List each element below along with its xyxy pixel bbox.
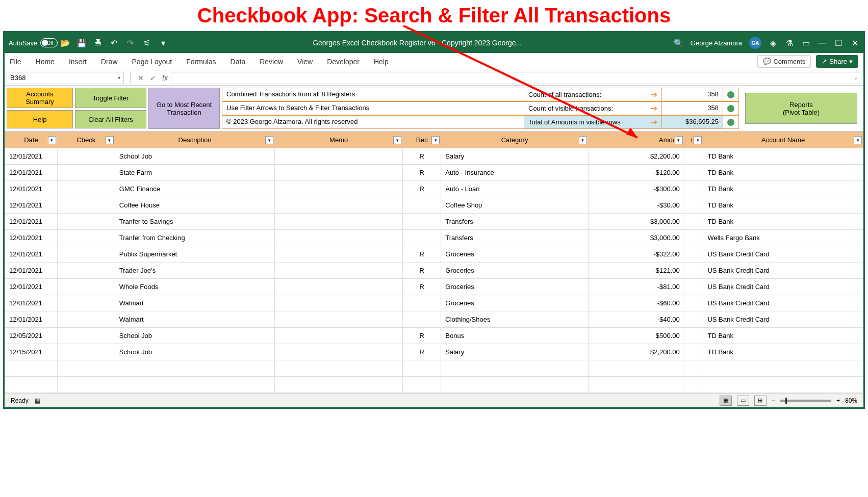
cell-description[interactable]: Tranfer from Checking <box>115 230 275 246</box>
flask-icon[interactable]: ⚗ <box>785 38 794 47</box>
share-button[interactable]: ↗ Share ▾ <box>816 55 858 68</box>
cell-flag[interactable] <box>684 181 703 197</box>
help-button[interactable]: Help <box>7 110 73 128</box>
cell-account[interactable]: TD Bank <box>703 181 863 197</box>
cell-account[interactable]: Wells Fargo Bank <box>703 230 863 246</box>
cell-date[interactable]: 12/01/2021 <box>5 295 58 311</box>
name-box[interactable]: B368▾ <box>7 72 124 84</box>
cell-category[interactable]: Auto - Insurance <box>441 165 588 181</box>
maximize-icon[interactable]: ☐ <box>834 38 843 47</box>
cell-check[interactable] <box>57 246 115 263</box>
col-amount[interactable]: Amount▾ <box>588 132 684 148</box>
cell-check[interactable] <box>57 311 115 328</box>
cell-amount[interactable]: $500.00 <box>588 328 684 344</box>
cell-date[interactable]: 12/01/2021 <box>5 197 58 214</box>
cell-flag[interactable] <box>684 279 703 295</box>
cell-check[interactable] <box>57 165 115 181</box>
user-name[interactable]: George Alzamora <box>691 39 742 47</box>
cell-check[interactable] <box>57 181 115 197</box>
cell-rec[interactable]: R <box>403 181 441 197</box>
cell-check[interactable] <box>57 279 115 295</box>
table-row[interactable]: 12/15/2021School JobRSalary$2,200.00TD B… <box>5 344 863 360</box>
accounts-summary-button[interactable]: Accounts Summary <box>7 88 73 108</box>
comments-button[interactable]: 💬 Comments <box>757 55 811 68</box>
macro-icon[interactable]: ▦ <box>35 397 40 404</box>
qat-dropdown-icon[interactable]: ▾ <box>159 38 168 47</box>
cell-description[interactable]: Coffee House <box>115 197 275 214</box>
cell-rec[interactable]: R <box>403 246 441 263</box>
cell-flag[interactable] <box>684 295 703 311</box>
filter-icon[interactable]: ▾ <box>579 136 587 144</box>
cell-account[interactable]: TD Bank <box>703 165 863 181</box>
cell-amount[interactable]: $2,200.00 <box>588 148 684 165</box>
user-avatar[interactable]: GA <box>749 37 761 49</box>
cell-account[interactable]: US Bank Credit Card <box>703 246 863 263</box>
accept-formula-icon[interactable]: ✓ <box>150 74 156 82</box>
cell-rec[interactable] <box>403 197 441 214</box>
tab-home[interactable]: Home <box>36 58 55 66</box>
cell-flag[interactable] <box>684 214 703 230</box>
filter-icon[interactable]: ▾ <box>106 136 114 144</box>
cell-memo[interactable] <box>275 214 403 230</box>
cancel-formula-icon[interactable]: ✕ <box>138 74 144 82</box>
zoom-slider[interactable] <box>780 400 831 402</box>
cell-rec[interactable]: R <box>403 279 441 295</box>
cell-category[interactable]: Auto - Loan <box>441 181 588 197</box>
cell-check[interactable] <box>57 230 115 246</box>
table-row[interactable]: 12/05/2021School JobRBonus$500.00TD Bank <box>5 328 863 344</box>
col-category[interactable]: Category▾ <box>441 132 588 148</box>
cell-check[interactable] <box>57 344 115 360</box>
tab-file[interactable]: File <box>10 58 21 66</box>
cell-memo[interactable] <box>275 148 403 165</box>
cell-rec[interactable]: R <box>403 344 441 360</box>
redo-icon[interactable]: ↷ <box>126 38 135 47</box>
cell-date[interactable]: 12/01/2021 <box>5 181 58 197</box>
cell-category[interactable]: Clothing/Shoes <box>441 311 588 328</box>
cell-amount[interactable]: -$60.00 <box>588 295 684 311</box>
table-row[interactable]: 12/01/2021GMC FinanceRAuto - Loan-$300.0… <box>5 181 863 197</box>
cell-check[interactable] <box>57 328 115 344</box>
cell-date[interactable]: 12/01/2021 <box>5 148 58 165</box>
cell-category[interactable]: Salary <box>441 148 588 165</box>
cell-description[interactable]: School Job <box>115 328 275 344</box>
cell-check[interactable] <box>57 214 115 230</box>
tab-insert[interactable]: Insert <box>69 58 87 66</box>
cell-memo[interactable] <box>275 165 403 181</box>
tab-formulas[interactable]: Formulas <box>186 58 216 66</box>
cell-description[interactable]: Publix Supermarket <box>115 246 275 263</box>
cell-description[interactable]: State Farm <box>115 165 275 181</box>
cell-rec[interactable] <box>403 230 441 246</box>
cell-flag[interactable] <box>684 165 703 181</box>
ribbon-mode-icon[interactable]: ▭ <box>801 38 810 47</box>
cell-category[interactable]: Bonus <box>441 328 588 344</box>
cell-date[interactable]: 12/01/2021 <box>5 214 58 230</box>
table-row[interactable]: 12/01/2021Whole FoodsRGroceries-$81.00US… <box>5 279 863 295</box>
autosave-toggle[interactable]: AutoSave Off <box>9 38 54 47</box>
cell-date[interactable]: 12/01/2021 <box>5 246 58 263</box>
cell-memo[interactable] <box>275 295 403 311</box>
open-icon[interactable]: 📂 <box>61 38 70 47</box>
clear-filters-button[interactable]: Clear All Filters <box>75 110 146 128</box>
tab-draw[interactable]: Draw <box>101 58 118 66</box>
cell-category[interactable]: Transfers <box>441 214 588 230</box>
cell-account[interactable]: TD Bank <box>703 197 863 214</box>
table-row-empty[interactable] <box>5 377 863 393</box>
cell-rec[interactable]: R <box>403 263 441 279</box>
normal-view-button[interactable]: ▦ <box>720 396 732 406</box>
table-row[interactable]: 12/01/2021WalmartGroceries-$60.00US Bank… <box>5 295 863 311</box>
cell-description[interactable]: Whole Foods <box>115 279 275 295</box>
undo-icon[interactable]: ↶ <box>110 38 119 47</box>
cell-memo[interactable] <box>275 328 403 344</box>
cell-flag[interactable] <box>684 197 703 214</box>
cell-amount[interactable]: -$300.00 <box>588 181 684 197</box>
cell-description[interactable]: Walmart <box>115 295 275 311</box>
table-row[interactable]: 12/01/2021Trader Joe'sRGroceries-$121.00… <box>5 263 863 279</box>
sort-icon[interactable]: ⚟ <box>142 38 151 47</box>
filter-icon[interactable]: ▾ <box>265 136 273 144</box>
cell-date[interactable]: 12/01/2021 <box>5 165 58 181</box>
cell-amount[interactable]: -$322.00 <box>588 246 684 263</box>
cell-category[interactable]: Salary <box>441 344 588 360</box>
cell-memo[interactable] <box>275 263 403 279</box>
cell-rec[interactable] <box>403 214 441 230</box>
table-row[interactable]: 12/01/2021School JobRSalary$2,200.00TD B… <box>5 148 863 165</box>
